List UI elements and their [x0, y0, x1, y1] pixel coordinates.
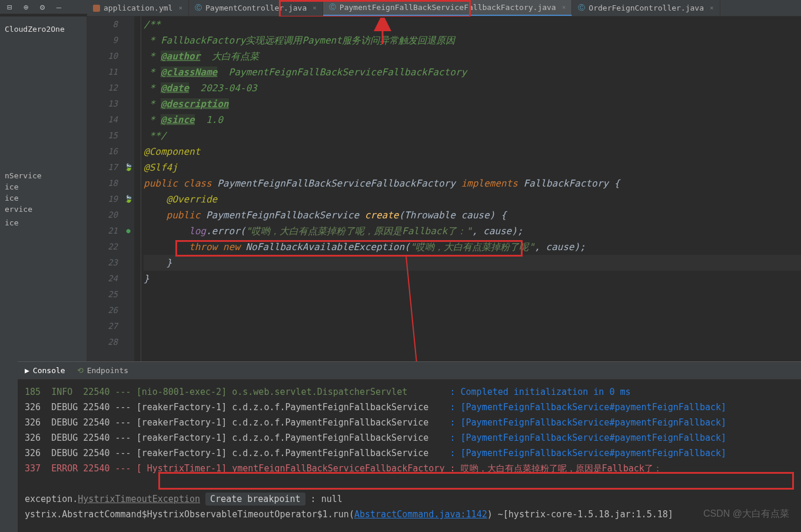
close-icon[interactable]: × [562, 4, 566, 11]
close-icon[interactable]: × [313, 4, 317, 12]
editor-tabs: application.yml × Ⓒ PaymentController.ja… [87, 0, 801, 16]
target-icon[interactable]: ⊕ [21, 2, 31, 12]
tab-label: PaymentController.java [205, 4, 307, 12]
yml-icon [93, 5, 100, 12]
collapse-icon[interactable]: ⊟ [5, 2, 14, 12]
tab-payment-controller[interactable]: Ⓒ PaymentController.java × [189, 0, 323, 16]
console-tab-label: Console [33, 366, 65, 375]
sidebar-item[interactable]: nService [0, 170, 87, 181]
watermark: CSDN @大白有点菜 [703, 508, 789, 520]
java-icon: Ⓒ [195, 3, 202, 13]
sidebar-item[interactable]: ice [0, 217, 87, 228]
tab-label: OrderFeignController.java [589, 4, 704, 12]
top-toolbar: ⊟ ⊕ ⚙ — [0, 0, 87, 14]
console-output[interactable]: 185 INFO 22540 --- [nio-8001-exec-2] o.s… [18, 380, 801, 527]
console-tabs-bar: ▶ Console ⟲ Endpoints [18, 362, 801, 380]
gutter-icons: 🍃🍃● [122, 16, 134, 361]
close-icon[interactable]: × [710, 4, 714, 12]
sidebar-item[interactable]: ice [0, 192, 87, 204]
endpoints-tab[interactable]: ⟲ Endpoints [77, 366, 128, 375]
tab-application-yml[interactable]: application.yml × [87, 0, 189, 16]
code-editor[interactable]: 8910111213141516171819202122232425262728… [87, 16, 801, 361]
code-content[interactable]: /** * FallbackFactory实现远程调用Payment服务访问异常… [141, 16, 801, 361]
fold-bar [134, 16, 141, 361]
line-numbers: 8910111213141516171819202122232425262728 [87, 16, 122, 361]
endpoints-icon: ⟲ [77, 366, 84, 375]
gear-icon[interactable]: ⚙ [38, 2, 47, 12]
sidebar-item[interactable]: ervice [0, 204, 87, 215]
console-tab-label: Endpoints [87, 366, 128, 375]
play-icon: ▶ [25, 366, 29, 375]
tab-label: PaymentFeignFallBackServiceFallbackFacto… [340, 3, 556, 12]
tab-fallback-factory[interactable]: Ⓒ PaymentFeignFallBackServiceFallbackFac… [323, 0, 572, 16]
sidebar-item[interactable]: ice [0, 181, 87, 192]
close-icon[interactable]: × [178, 4, 182, 12]
hide-icon[interactable]: — [54, 2, 64, 12]
tab-label: application.yml [104, 4, 172, 12]
console-panel: ▶ Console ⟲ Endpoints 185 INFO 22540 ---… [18, 361, 801, 532]
java-icon: Ⓒ [329, 2, 336, 12]
project-name[interactable]: CloudZero2One [0, 24, 87, 35]
tab-order-feign[interactable]: Ⓒ OrderFeignController.java × [572, 0, 720, 16]
console-tab[interactable]: ▶ Console [25, 366, 65, 375]
java-icon: Ⓒ [578, 3, 585, 13]
